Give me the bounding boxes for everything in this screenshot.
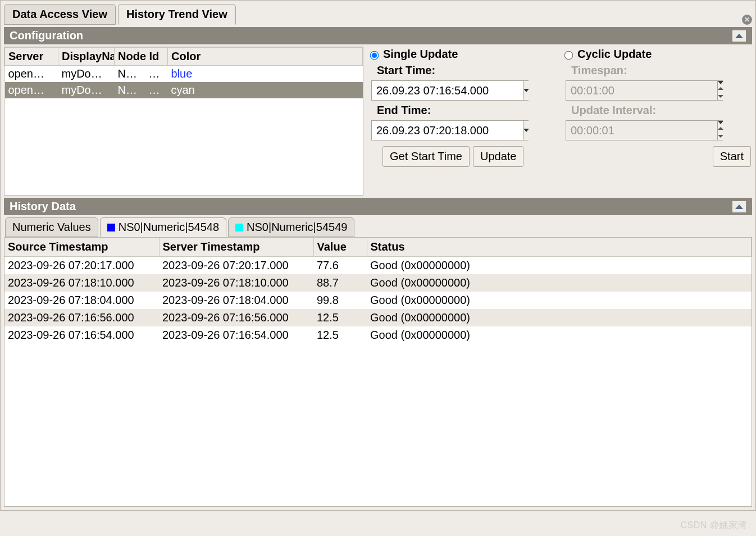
col-color[interactable]: Color [168,48,363,66]
cell-status: Good (0x00000000) [367,326,752,344]
cell-node: NS0| [115,82,145,98]
cyclic-update-radio[interactable]: Cyclic Update [562,48,752,61]
cell-val: 99.8 [313,292,367,309]
tab-numeric-values[interactable]: Numeric Values [5,217,98,237]
cell-srv: 2023-09-26 07:18:10.000 [159,274,313,292]
cell-display: myDo… [58,66,115,83]
timespan-down-icon[interactable] [718,92,723,100]
cell-status: Good (0x00000000) [367,274,752,292]
history-data-header: History Data [4,198,752,215]
start-time-input[interactable] [372,81,523,100]
col-server-timestamp[interactable]: Server Timestamp [159,238,313,257]
cell-color: blue [168,66,363,83]
end-time-input[interactable] [372,121,523,140]
tab-node-54548-label: NS0|Numeric|54548 [119,221,219,234]
swatch-cyan-icon [235,224,243,231]
cell-srv: 2023-09-26 07:16:54.000 [159,326,313,344]
tab-data-access[interactable]: Data Access View [4,4,116,25]
tab-history-trend[interactable]: History Trend View [118,4,236,25]
col-source-timestamp[interactable]: Source Timestamp [4,238,159,257]
start-button[interactable]: Start [713,146,751,167]
cyclic-update-label: Cyclic Update [577,48,652,61]
history-data-table[interactable]: Source Timestamp Server Timestamp Value … [4,237,752,507]
configuration-body: Server DisplayName Node Id Color open…my… [4,44,752,198]
col-status[interactable]: Status [367,238,752,257]
end-time-dropdown-icon[interactable] [523,121,529,140]
history-table-header-row: Source Timestamp Server Timestamp Value … [4,238,752,257]
cell-color: cyan [168,82,363,98]
history-table-row[interactable]: 2023-09-26 07:18:04.0002023-09-26 07:18:… [4,292,752,309]
col-displayname[interactable]: DisplayName [58,48,115,66]
cell-node2: … [145,82,168,98]
history-data-title: History Data [10,200,76,213]
cyclic-update-radio-input[interactable] [564,51,573,60]
update-interval-input[interactable] [566,121,717,140]
cell-status: Good (0x00000000) [367,309,752,326]
config-table-header-row: Server DisplayName Node Id Color [5,48,363,66]
history-table-row[interactable]: 2023-09-26 07:18:10.0002023-09-26 07:18:… [4,274,752,292]
timespan-input[interactable] [566,81,717,100]
single-update-label: Single Update [383,48,458,61]
cell-val: 77.6 [313,257,367,275]
history-table-row[interactable]: 2023-09-26 07:20:17.0002023-09-26 07:20:… [4,257,752,275]
cell-display: myDo… [58,82,115,98]
timespan-up-icon[interactable] [718,84,723,92]
cell-node2: … [145,66,168,83]
config-table[interactable]: Server DisplayName Node Id Color open…my… [4,47,363,196]
col-server[interactable]: Server [5,48,58,66]
single-update-radio-input[interactable] [370,51,379,60]
config-table-row[interactable]: open…myDo…NS0|…blue [5,66,363,83]
history-table-row[interactable]: 2023-09-26 07:16:54.0002023-09-26 07:16:… [4,326,752,344]
col-value[interactable]: Value [313,238,367,257]
configuration-title: Configuration [10,29,83,42]
close-icon[interactable] [742,15,752,25]
cell-node: NS0| [115,66,145,83]
collapse-configuration-icon[interactable] [732,30,746,42]
interval-up-icon[interactable] [718,124,723,132]
start-time-label: Start Time: [377,64,558,77]
col-nodeid[interactable]: Node Id [115,48,168,66]
cell-srv: 2023-09-26 07:18:04.000 [159,292,313,309]
update-button[interactable]: Update [473,146,524,167]
update-interval-label: Update Interval: [571,104,752,117]
tab-node-54548[interactable]: NS0|Numeric|54548 [100,217,226,237]
cell-val: 88.7 [313,274,367,292]
cell-val: 12.5 [313,309,367,326]
end-time-label: End Time: [377,104,558,117]
cell-server: open… [5,82,58,98]
main-tab-bar: Data Access View History Trend View [4,4,752,25]
history-tab-bar: Numeric Values NS0|Numeric|54548 NS0|Num… [4,217,752,237]
cell-srv: 2023-09-26 07:20:17.000 [159,257,313,275]
swatch-blue-icon [107,224,115,231]
history-table-row[interactable]: 2023-09-26 07:16:56.0002023-09-26 07:16:… [4,309,752,326]
get-start-time-button[interactable]: Get Start Time [382,146,470,167]
cell-srv: 2023-09-26 07:16:56.000 [159,309,313,326]
tab-node-54549-label: NS0|Numeric|54549 [247,221,347,234]
update-interval-field[interactable] [566,120,723,140]
interval-down-icon[interactable] [718,132,723,140]
single-update-radio[interactable]: Single Update [368,48,558,61]
cell-status: Good (0x00000000) [367,257,752,275]
cell-src: 2023-09-26 07:18:04.000 [4,292,159,309]
start-time-dropdown-icon[interactable] [523,81,529,100]
cell-status: Good (0x00000000) [367,292,752,309]
cell-val: 12.5 [313,326,367,344]
start-time-field[interactable] [371,80,529,101]
timespan-label: Timespan: [571,64,752,77]
cyclic-update-panel: Cyclic Update Timespan: Update Interval: [562,47,752,196]
cell-server: open… [5,66,58,83]
cell-src: 2023-09-26 07:20:17.000 [4,257,159,275]
timespan-field[interactable] [566,80,723,101]
collapse-history-icon[interactable] [732,201,746,213]
tab-node-54549[interactable]: NS0|Numeric|54549 [228,217,354,237]
config-table-row[interactable]: open…myDo…NS0|…cyan [5,82,363,98]
configuration-header: Configuration [4,27,752,44]
end-time-field[interactable] [371,120,529,140]
single-update-panel: Single Update Start Time: End Time: Get … [368,47,558,196]
cell-src: 2023-09-26 07:16:56.000 [4,309,159,326]
cell-src: 2023-09-26 07:18:10.000 [4,274,159,292]
cell-src: 2023-09-26 07:16:54.000 [4,326,159,344]
